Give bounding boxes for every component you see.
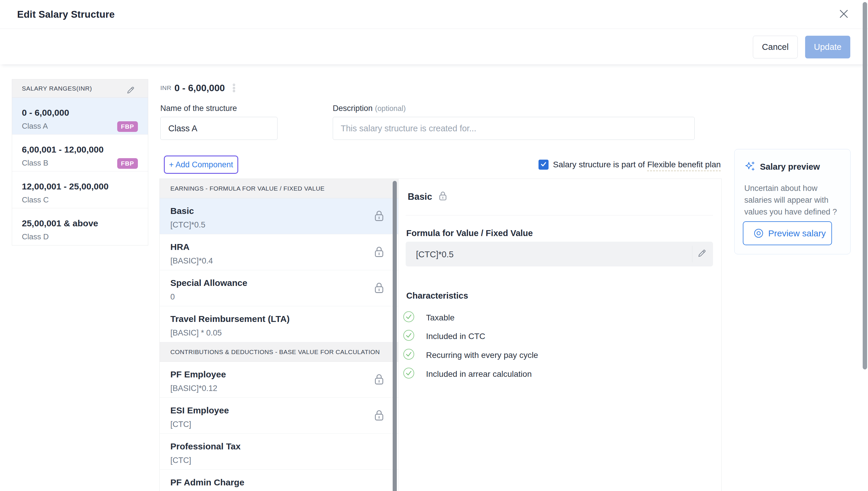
component-item-basic[interactable]: Basic [CTC]*0.5 xyxy=(160,198,398,234)
more-options-button[interactable] xyxy=(233,83,235,92)
fbp-checkbox[interactable] xyxy=(538,160,549,170)
component-item-travel-reimbursement-lta[interactable]: Travel Reimbursement (LTA) [BASIC] * 0.0… xyxy=(160,306,398,342)
range-title: 0 - 6,00,000 xyxy=(22,108,148,118)
salary-range-item-class-c[interactable]: 12,00,001 - 25,00,000 Class C xyxy=(12,171,148,208)
circle-check-icon xyxy=(403,367,415,381)
salary-preview-body: Uncertain about how salaries will appear… xyxy=(744,182,843,218)
structure-name-label: Name of the structure xyxy=(160,104,237,113)
eye-icon xyxy=(753,228,764,238)
characteristic-included-in-ctc: Included in CTC xyxy=(403,329,485,343)
section-header-contributions: CONTRIBUTIONS & DEDUCTIONS - BASE VALUE … xyxy=(160,342,398,362)
lock-icon xyxy=(373,282,385,296)
range-title: 6,00,001 - 12,00,000 xyxy=(22,145,148,154)
fbp-checkbox-row: Salary structure is part ofFlexible bene… xyxy=(538,160,721,170)
range-class: Class C xyxy=(22,195,148,204)
salary-ranges-panel: SALARY RANGES(INR) 0 - 6,00,000 Class A … xyxy=(12,79,148,246)
range-title: 25,00,001 & above xyxy=(22,219,148,228)
salary-ranges-header-label: SALARY RANGES(INR) xyxy=(22,85,92,92)
description-label: Description(optional) xyxy=(333,104,405,113)
component-item-pf-employee[interactable]: PF Employee [BASIC]*0.12 xyxy=(160,362,398,398)
preview-salary-label: Preview salary xyxy=(768,228,826,238)
components-card: EARNINGS - FORMULA FOR VALUE / FIXED VAL… xyxy=(160,178,722,491)
lock-icon xyxy=(373,246,385,260)
component-item-pf-admin-charge[interactable]: PF Admin Charge xyxy=(160,470,398,491)
component-item-hra[interactable]: HRA [BASIC]*0.4 xyxy=(160,234,398,270)
fbp-badge: FBP xyxy=(117,121,138,132)
description-label-text: Description xyxy=(333,104,372,113)
edit-formula-button[interactable] xyxy=(697,249,706,259)
formula-section-label: Formula for Value / Fixed Value xyxy=(406,228,533,238)
component-item-professional-tax[interactable]: Professional Tax [CTC] xyxy=(160,434,398,470)
structure-range-label: 0 - 6,00,000 xyxy=(174,83,225,93)
fbp-label-prefix: Salary structure is part of xyxy=(553,160,645,169)
range-title: 12,00,001 - 25,00,000 xyxy=(22,181,148,192)
flexible-benefit-plan-link[interactable]: Flexible benefit plan xyxy=(647,160,721,171)
description-input[interactable] xyxy=(333,117,695,140)
section-header-earnings: EARNINGS - FORMULA FOR VALUE / FIXED VAL… xyxy=(160,179,398,198)
characteristic-taxable: Taxable xyxy=(403,311,455,324)
components-list: EARNINGS - FORMULA FOR VALUE / FIXED VAL… xyxy=(160,179,398,491)
edit-salary-structure-modal: Edit Salary Structure Cancel Update SALA… xyxy=(0,0,868,491)
cancel-button[interactable]: Cancel xyxy=(753,36,798,58)
lock-icon xyxy=(432,191,448,203)
salary-range-item-class-a[interactable]: 0 - 6,00,000 Class A FBP xyxy=(12,98,148,135)
window-scrollbar[interactable] xyxy=(863,2,867,370)
characteristic-arrear: Included in arrear calculation xyxy=(403,367,532,381)
update-button[interactable]: Update xyxy=(805,36,850,58)
salary-preview-card: Salary preview Uncertain about how salar… xyxy=(734,149,850,254)
pencil-icon xyxy=(697,255,706,259)
page-title: Edit Salary Structure xyxy=(17,9,115,20)
lock-icon xyxy=(373,373,385,387)
component-item-esi-employee[interactable]: ESI Employee [CTC] xyxy=(160,398,398,434)
add-component-button[interactable]: + Add Component xyxy=(169,160,233,169)
formula-field: [CTC]*0.5 xyxy=(405,242,713,266)
sparkle-icon xyxy=(744,161,755,172)
component-item-special-allowance[interactable]: Special Allowance 0 xyxy=(160,270,398,306)
circle-check-icon xyxy=(403,329,415,343)
add-component-highlight: + Add Component xyxy=(164,155,238,174)
structure-range-header: INR 0 - 6,00,000 xyxy=(160,82,235,94)
range-class: Class D xyxy=(22,232,148,241)
characteristic-recurring: Recurring with every pay cycle xyxy=(403,348,538,362)
currency-label: INR xyxy=(160,84,171,91)
preview-salary-button[interactable]: Preview salary xyxy=(743,221,832,245)
kebab-icon xyxy=(233,83,235,92)
formula-value: [CTC]*0.5 xyxy=(416,250,453,259)
fbp-checkbox-label: Salary structure is part ofFlexible bene… xyxy=(553,160,721,169)
component-detail-title: Basic xyxy=(408,192,432,202)
components-list-scrollbar[interactable] xyxy=(393,181,397,491)
lock-icon xyxy=(373,409,385,424)
characteristics-label: Characteristics xyxy=(406,291,468,301)
modal-toolbar: Cancel Update xyxy=(0,29,868,64)
lock-icon xyxy=(373,209,385,224)
fbp-badge: FBP xyxy=(117,158,138,169)
circle-check-icon xyxy=(403,348,415,362)
structure-name-input[interactable] xyxy=(160,117,278,140)
component-detail-panel: Basic Formula for Value / Fixed Value [C… xyxy=(399,179,722,491)
close-icon xyxy=(839,16,849,20)
circle-check-icon xyxy=(403,311,415,324)
modal-header: Edit Salary Structure xyxy=(0,0,868,29)
checkbox-check-icon xyxy=(540,161,547,169)
salary-ranges-header: SALARY RANGES(INR) xyxy=(12,79,148,98)
salary-range-item-class-d[interactable]: 25,00,001 & above Class D xyxy=(12,208,148,245)
salary-preview-title: Salary preview xyxy=(760,162,820,172)
detail-divider xyxy=(405,215,713,215)
description-optional-hint: (optional) xyxy=(375,104,405,112)
close-button[interactable] xyxy=(837,8,850,21)
salary-range-item-class-b[interactable]: 6,00,001 - 12,00,000 Class B FBP xyxy=(12,135,148,171)
formula-field-separator xyxy=(692,246,692,262)
